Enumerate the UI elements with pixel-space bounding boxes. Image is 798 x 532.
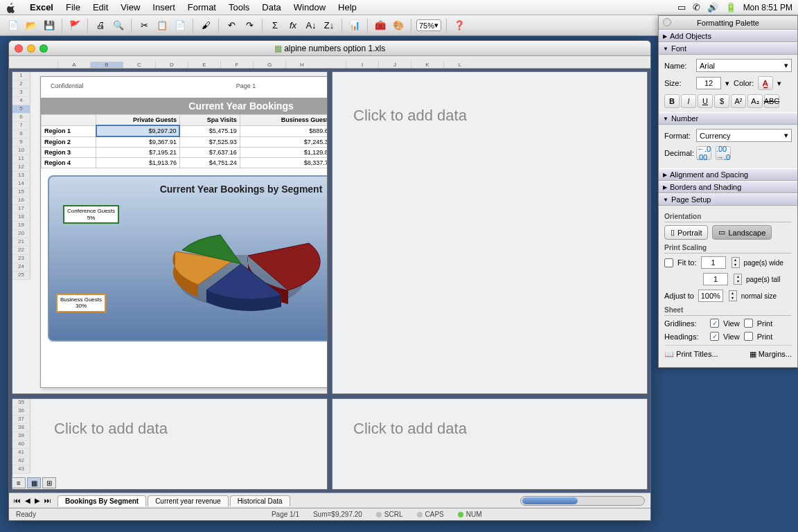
menu-insert[interactable]: Insert: [146, 2, 181, 12]
section-borders[interactable]: ▶Borders and Shading: [659, 181, 797, 193]
sheet-tab[interactable]: Bookings By Segment: [57, 495, 146, 506]
currency-btn[interactable]: $: [714, 94, 729, 108]
fit-to-check[interactable]: [664, 258, 673, 267]
menu-file[interactable]: File: [60, 2, 87, 12]
sort-desc-btn[interactable]: Z↓: [321, 18, 337, 33]
menu-help[interactable]: Help: [332, 2, 363, 12]
menu-view[interactable]: View: [114, 2, 146, 12]
gridlines-view-check[interactable]: ✓: [710, 319, 719, 328]
view-mode-buttons[interactable]: ≡ ▦ ⊞: [12, 477, 56, 488]
headings-view-check[interactable]: ✓: [710, 332, 719, 341]
menu-tools[interactable]: Tools: [222, 2, 256, 12]
gridlines-print-check[interactable]: [744, 319, 753, 328]
palette-title[interactable]: Formatting Palette: [659, 16, 797, 30]
portrait-btn[interactable]: ▯ Portrait: [664, 225, 708, 240]
font-size-input[interactable]: 12: [696, 77, 721, 89]
number-format-select[interactable]: Currency▾: [696, 129, 792, 142]
toolbox-btn[interactable]: 🧰: [373, 18, 388, 33]
column-ruler[interactable]: A B C D E F G H I J K L: [9, 56, 650, 69]
pane-top-left[interactable]: 1234567891011121314151617181920212223242…: [12, 71, 328, 394]
sheet-tab[interactable]: Historical Data: [230, 495, 290, 506]
menu-format[interactable]: Format: [181, 2, 222, 12]
decrease-decimal-btn[interactable]: .00→.0: [716, 146, 731, 160]
open-btn[interactable]: 📂: [24, 18, 39, 33]
menu-edit[interactable]: Edit: [87, 2, 114, 12]
print-btn[interactable]: 🖨: [93, 18, 108, 33]
format-painter-btn[interactable]: 🖌: [198, 18, 213, 33]
pane-top-right[interactable]: Click to add data: [332, 71, 648, 394]
menu-window[interactable]: Window: [287, 2, 332, 12]
landscape-btn[interactable]: ▭ Landscape: [712, 225, 772, 240]
increase-decimal-btn[interactable]: ←.0.00: [696, 146, 711, 160]
subscript-btn[interactable]: A₂: [747, 94, 763, 108]
new-btn[interactable]: 📄: [6, 18, 21, 33]
bold-btn[interactable]: B: [664, 94, 680, 108]
view-break[interactable]: ⊞: [42, 477, 56, 488]
h-scrollbar[interactable]: [520, 496, 645, 506]
help-btn[interactable]: ❓: [452, 18, 467, 33]
adjust-input[interactable]: 100%: [698, 290, 723, 302]
status-sum: Sum=$9,297.20: [313, 511, 362, 518]
titlebar[interactable]: ▦ alpine numbers option 1.xls: [9, 41, 650, 56]
tab-first[interactable]: ⏮: [12, 497, 23, 504]
paste-btn[interactable]: 📄: [172, 18, 188, 33]
zoom-btn[interactable]: [39, 44, 48, 53]
section-font[interactable]: ▼Font: [659, 42, 797, 55]
font-color-btn[interactable]: A̲: [758, 76, 773, 90]
print-titles-btn[interactable]: 📖 Print Titles...: [664, 350, 718, 359]
view-normal[interactable]: ≡: [12, 477, 26, 488]
menu-data[interactable]: Data: [256, 2, 287, 12]
redo-btn[interactable]: ↷: [242, 18, 257, 33]
pages-wide-input[interactable]: 1: [701, 256, 726, 269]
placeholder-tr[interactable]: Click to add data: [353, 107, 467, 125]
cut-btn[interactable]: ✂: [136, 18, 152, 33]
apple-icon[interactable]: [6, 2, 17, 13]
formatting-palette[interactable]: Formatting Palette ▶Add Objects ▼Font Na…: [658, 15, 798, 368]
chart[interactable]: Current Year Bookings by Segment: [48, 175, 328, 342]
data-table[interactable]: Private GuestsSpa VisitsBusiness GuestsC…: [41, 114, 328, 168]
row-numbers-bl[interactable]: 353637383940414243: [12, 399, 30, 474]
tab-prev[interactable]: ◀: [23, 497, 33, 504]
view-layout[interactable]: ▦: [27, 477, 41, 488]
superscript-btn[interactable]: A²: [731, 94, 746, 108]
preview-btn[interactable]: 🔍: [111, 18, 126, 33]
pages-tall-input[interactable]: 1: [703, 273, 728, 285]
section-page-setup[interactable]: ▼Page Setup: [659, 193, 797, 206]
autosum-btn[interactable]: Σ: [267, 18, 283, 33]
headings-print-check[interactable]: [744, 332, 753, 341]
phone-icon[interactable]: ✆: [693, 2, 700, 12]
row-numbers[interactable]: 1234567891011121314151617181920212223242…: [12, 72, 30, 280]
sheet-tab[interactable]: Current year revenue: [148, 495, 229, 506]
placeholder-bl[interactable]: Click to add data: [54, 420, 168, 438]
strike-btn[interactable]: ABC: [764, 94, 779, 108]
tab-last[interactable]: ⏭: [42, 497, 53, 504]
tab-next[interactable]: ▶: [33, 497, 42, 504]
pane-bottom-right[interactable]: Click to add data: [332, 398, 648, 490]
font-name-select[interactable]: Arial▾: [696, 59, 792, 72]
volume-icon[interactable]: 🔊: [707, 2, 718, 12]
palette-close[interactable]: [663, 18, 671, 26]
function-btn[interactable]: fx: [285, 18, 301, 33]
section-add-objects[interactable]: ▶Add Objects: [659, 30, 797, 42]
close-btn[interactable]: [15, 44, 23, 53]
placeholder-br[interactable]: Click to add data: [353, 420, 467, 438]
save-btn[interactable]: 💾: [42, 18, 57, 33]
app-name[interactable]: Excel: [24, 2, 60, 12]
section-number[interactable]: ▼Number: [659, 112, 797, 125]
chart-btn[interactable]: 📊: [347, 18, 362, 33]
zoom-select[interactable]: 75% ▾: [416, 19, 441, 31]
section-alignment[interactable]: ▶Alignment and Spacing: [659, 168, 797, 181]
copy-btn[interactable]: 📋: [154, 18, 170, 33]
flag-btn[interactable]: 🚩: [67, 18, 82, 33]
underline-btn[interactable]: U: [698, 94, 713, 108]
italic-btn[interactable]: I: [681, 94, 696, 108]
display-icon[interactable]: ▭: [677, 2, 686, 12]
battery-icon[interactable]: 🔋: [725, 2, 736, 12]
margins-btn[interactable]: ▦ Margins...: [750, 350, 792, 359]
pane-bottom-left[interactable]: 353637383940414243 Click to add data: [12, 398, 328, 490]
minimize-btn[interactable]: [27, 44, 35, 53]
sort-asc-btn[interactable]: A↓: [303, 18, 319, 33]
undo-btn[interactable]: ↶: [224, 18, 239, 33]
clock[interactable]: Mon 8:51 PM: [743, 3, 792, 12]
palette-btn[interactable]: 🎨: [391, 18, 406, 33]
